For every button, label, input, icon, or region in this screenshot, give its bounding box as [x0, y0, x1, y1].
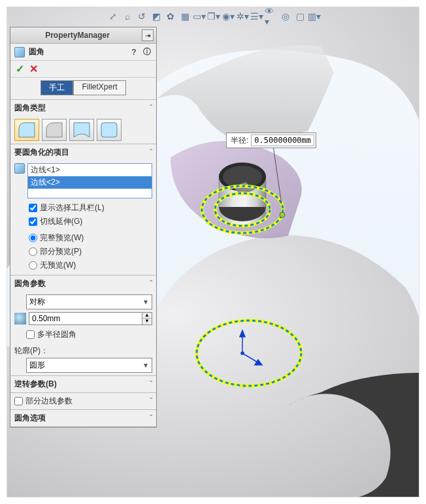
- tb-hide-show-icon[interactable]: ❐▾: [207, 10, 220, 23]
- radius-callout-value[interactable]: 0.50000000mm: [251, 134, 314, 146]
- tab-filletxpert[interactable]: FilletXpert: [73, 80, 125, 95]
- tb-orient-icon[interactable]: ▦: [178, 10, 191, 23]
- svg-point-32: [93, 499, 103, 504]
- type-face-fillet[interactable]: [69, 119, 94, 141]
- svg-point-150: [421, 433, 426, 442]
- svg-point-48: [198, 499, 207, 504]
- svg-point-154: [421, 459, 426, 468]
- tb-zoom-fit-icon[interactable]: ⤢: [106, 10, 120, 23]
- type-full-round[interactable]: [97, 119, 122, 141]
- dd-symmetric[interactable]: 对称▼: [26, 294, 152, 309]
- svg-point-126: [421, 276, 426, 285]
- svg-point-101: [0, 119, 5, 129]
- profile-label: 轮廓(P)：: [14, 344, 152, 358]
- dd-profile[interactable]: 圆形▼: [26, 358, 152, 373]
- section-items[interactable]: 要圆角化的项目ˆ: [10, 144, 156, 161]
- svg-point-114: [421, 198, 426, 207]
- radius-callout[interactable]: 半径: 0.50000000mm: [226, 133, 316, 148]
- tb-dyn-icon[interactable]: ✿: [164, 10, 177, 23]
- tb-screen-icon[interactable]: ▢: [293, 10, 306, 23]
- svg-point-80: [407, 499, 416, 504]
- list-item[interactable]: 边线<2>: [28, 176, 152, 189]
- section-partial-edge[interactable]: 部分边线参数ˇ: [10, 393, 156, 409]
- svg-point-159: [0, 498, 5, 504]
- svg-point-60: [276, 499, 286, 504]
- svg-point-145: [0, 407, 5, 416]
- chk-multi-radius[interactable]: 多半径圆角: [26, 328, 152, 341]
- svg-point-125: [0, 276, 5, 285]
- tab-manual[interactable]: 手工: [41, 80, 73, 95]
- svg-point-53: [237, 0, 246, 5]
- svg-point-153: [0, 459, 5, 468]
- svg-point-107: [0, 159, 5, 168]
- help-icon[interactable]: ?: [129, 47, 139, 57]
- svg-point-74: [368, 499, 377, 504]
- svg-point-44: [172, 499, 181, 504]
- svg-rect-16: [101, 123, 117, 137]
- tb-multi-view-icon[interactable]: ▥▾: [308, 10, 321, 23]
- svg-point-31: [93, 0, 103, 5]
- svg-point-131: [0, 315, 5, 324]
- tb-appearance-icon[interactable]: ◉▾: [221, 10, 235, 23]
- spin-down-button[interactable]: ▼: [142, 319, 152, 324]
- svg-point-94: [421, 67, 426, 76]
- tb-prev-view-icon[interactable]: ↺: [135, 10, 148, 23]
- svg-point-63: [303, 0, 312, 5]
- ok-button[interactable]: ✓: [16, 63, 24, 75]
- svg-point-105: [0, 146, 5, 155]
- selection-list[interactable]: 边线<1> 边线<2>: [27, 163, 152, 198]
- svg-point-108: [421, 159, 426, 168]
- svg-point-123: [0, 263, 5, 272]
- type-const-radius[interactable]: [14, 119, 39, 141]
- rad-partial-preview[interactable]: 部分预览(P): [29, 245, 152, 259]
- svg-point-110: [421, 172, 426, 181]
- svg-point-50: [211, 499, 220, 504]
- radius-input[interactable]: 0.50mm: [29, 312, 142, 325]
- pin-icon[interactable]: ⇥: [142, 29, 154, 41]
- chk-show-toolbar[interactable]: 显示选择工具栏(L): [29, 201, 152, 215]
- svg-point-76: [381, 499, 390, 504]
- svg-point-58: [263, 499, 272, 504]
- svg-point-104: [421, 133, 426, 142]
- svg-point-99: [0, 106, 5, 116]
- svg-point-21: [28, 0, 37, 5]
- section-fillet-type[interactable]: 圆角类型ˆ: [10, 100, 156, 116]
- rad-no-preview[interactable]: 无预览(W): [29, 259, 152, 272]
- tb-display-style-icon[interactable]: ▭▾: [193, 10, 206, 23]
- type-variable-radius[interactable]: [42, 119, 67, 141]
- svg-point-132: [421, 315, 426, 324]
- svg-point-148: [421, 420, 426, 429]
- tb-scene-icon[interactable]: ✲▾: [236, 10, 249, 23]
- svg-point-152: [421, 446, 426, 455]
- list-item[interactable]: 边线<1>: [28, 164, 152, 176]
- section-params[interactable]: 圆角参数ˆ: [10, 276, 156, 292]
- svg-point-109: [0, 172, 5, 181]
- svg-point-129: [0, 302, 5, 311]
- svg-point-51: [224, 0, 233, 5]
- fillet-feature-icon: [14, 47, 25, 57]
- svg-point-20: [15, 499, 24, 504]
- help-detail-icon[interactable]: ⓘ: [142, 47, 152, 57]
- tb-zoom-area-icon[interactable]: ⌕: [121, 10, 134, 23]
- svg-point-146: [421, 407, 426, 416]
- svg-point-52: [224, 499, 233, 504]
- rad-full-preview[interactable]: 完整预览(W): [29, 231, 152, 245]
- svg-point-23: [41, 0, 50, 5]
- svg-point-37: [133, 0, 142, 5]
- tb-section-icon[interactable]: ◩: [150, 10, 163, 23]
- tb-render-icon[interactable]: ◎: [279, 10, 292, 23]
- svg-point-151: [0, 446, 5, 455]
- chevron-down-icon: ˇ: [150, 414, 152, 423]
- svg-point-9: [280, 212, 285, 217]
- tb-eye-icon[interactable]: 👁▾: [265, 10, 278, 23]
- svg-point-160: [421, 498, 426, 504]
- svg-point-127: [0, 289, 5, 298]
- section-reverse[interactable]: 逆转参数(B)ˇ: [10, 376, 156, 392]
- chevron-down-icon: ˇ: [150, 397, 152, 406]
- chk-tangent-prop[interactable]: 切线延伸(G): [29, 215, 152, 228]
- tb-view-settings-icon[interactable]: ☰▾: [250, 10, 263, 23]
- cancel-button[interactable]: ✕: [29, 63, 38, 75]
- svg-point-86: [421, 15, 426, 24]
- chevron-up-icon: ˆ: [150, 279, 152, 289]
- section-options[interactable]: 圆角选项ˇ: [10, 410, 156, 426]
